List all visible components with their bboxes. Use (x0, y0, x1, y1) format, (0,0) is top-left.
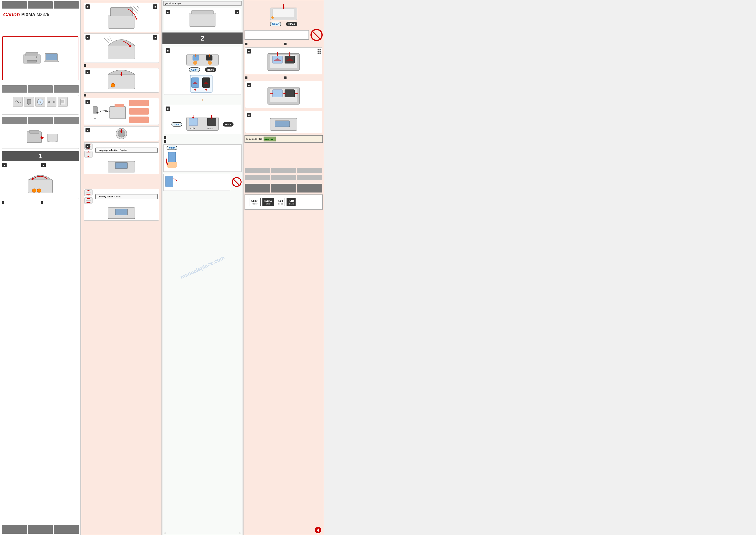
col2-salmon-1 (129, 100, 149, 106)
col2-power-illus (93, 99, 127, 124)
col4-printer-close-illus: ■ (245, 111, 322, 133)
col3-bottom-sal-2 (162, 523, 242, 532)
svg-rect-31 (108, 46, 135, 59)
col4-install-illus-1: ■ (245, 47, 322, 74)
svg-point-3 (36, 56, 37, 58)
printer-open-svg (26, 172, 55, 197)
col2-step-bullet-1b: ■ (153, 4, 157, 9)
cartridge-magnified-svg (189, 74, 213, 94)
btab1-1[interactable] (2, 525, 27, 534)
svg-line-30 (137, 6, 139, 9)
cart-541-type: Color (278, 203, 283, 205)
step1-content-row: ■ ■ (0, 162, 80, 168)
cart-541xl-num: 541 (251, 199, 256, 203)
col2-illus-1: ■ ■ (84, 3, 159, 32)
copyright-left: © (164, 532, 166, 534)
svg-text:Color: Color (190, 127, 196, 130)
col2-step-row-2 (84, 94, 159, 97)
col4-btab-3[interactable] (297, 184, 322, 192)
mid-tab-2[interactable] (28, 85, 53, 93)
svg-rect-116 (275, 121, 290, 127)
col4-ink-top-svg (269, 2, 298, 21)
adapter-icon (24, 97, 34, 107)
tab-col1-1[interactable] (2, 1, 27, 9)
mid-tab-1[interactable] (2, 85, 27, 93)
country-selection-box[interactable]: Country select Others (95, 194, 158, 199)
col3-cartridge-illus: Color Black (164, 47, 241, 95)
svg-rect-68 (115, 209, 127, 215)
col2-step-bullet-6: ■ (86, 144, 90, 149)
tab-col1-2[interactable] (28, 1, 53, 9)
country-label: Country select (98, 195, 113, 198)
btab1-3[interactable] (54, 525, 79, 534)
tray-svg (46, 133, 59, 143)
col4-ink-label-row: Color Black (270, 22, 297, 26)
col4-btab-1[interactable] (245, 184, 270, 192)
language-selection-box[interactable]: Language selection English (95, 148, 158, 153)
column-3: manualsplace.com get ink cartridge ■ ■ 2 (162, 0, 243, 535)
power-cord-svg (14, 99, 21, 104)
cd-svg (37, 99, 44, 105)
install-svg (164, 175, 184, 189)
copy-mode-label: Copy mode (246, 138, 257, 140)
cart-540-num: 540 (289, 199, 294, 203)
col2-printer-2 (103, 36, 140, 60)
svg-rect-94 (166, 176, 173, 187)
color-black-labels-row: Color Black (189, 68, 216, 72)
cart-540-num-row: 540 (289, 199, 294, 203)
color-bubble: Color (172, 122, 182, 127)
col4-step-4: ■ (247, 113, 251, 117)
svg-rect-5 (46, 54, 57, 60)
col2-bottom-salmon-2 (82, 231, 160, 239)
col2-step-bullet-2b: ■ (153, 35, 157, 40)
accessories-box (2, 95, 79, 115)
col2-step-bullet-1: ■ (86, 4, 90, 9)
col2-bottom-salmon-1 (82, 222, 160, 231)
col4-dots-row2 (318, 51, 321, 52)
col2-salmon-row (82, 176, 160, 187)
col4-install-illus-2: ■ (245, 81, 322, 108)
col2-salmon-2 (129, 108, 149, 115)
col4-dot1 (318, 49, 319, 50)
btab1-2[interactable] (28, 525, 53, 534)
cart-540-type: Black (289, 203, 294, 205)
tab2-2[interactable] (28, 117, 53, 124)
col4-gray-1a (245, 168, 270, 173)
adapter-svg (26, 99, 32, 105)
cart-540-black: 540 Black (287, 198, 296, 206)
language-label: Language selection (98, 149, 118, 152)
tab-col1-3[interactable] (54, 1, 79, 9)
brand-header: Canon PIXMA MX375 (0, 10, 80, 20)
tab2-1[interactable] (2, 117, 27, 124)
color-ink-handle: Color (165, 146, 179, 171)
country-arrow-svg-2 (84, 197, 93, 204)
col4-step-row-3 (245, 76, 322, 79)
mid-tab-3[interactable] (54, 85, 79, 93)
col2-top-area: ■ ■ ■ ■ (82, 1, 160, 239)
col3-step-3: ■ (166, 106, 170, 111)
step1-sq2 (41, 201, 43, 204)
col2-power-btn (114, 127, 129, 140)
col3-step-2: ■ (166, 48, 170, 53)
accessories-row (12, 96, 69, 108)
svg-rect-58 (115, 162, 127, 169)
svg-rect-111 (285, 90, 294, 97)
col4-warning-row (244, 29, 323, 41)
guide-svg (60, 99, 66, 105)
col4-btab-2[interactable] (271, 184, 296, 192)
cart-541-color: 541 Color (276, 198, 285, 206)
col4-sal-row-1 (243, 144, 324, 155)
tab2-3[interactable] (54, 117, 79, 124)
printer-open-illus (2, 170, 79, 199)
col4-gray-2b (271, 175, 296, 180)
col3-open-printer (184, 47, 221, 67)
printer-country-illus (107, 205, 136, 220)
col4-dot6 (320, 52, 321, 54)
back-arrow-icon[interactable] (314, 526, 322, 534)
canon-logo: Canon (3, 12, 20, 18)
top-tabs-col1 (0, 0, 80, 10)
cartridge-numbers-box: 541 XL Color 540 XL Black 541 (244, 194, 323, 210)
column-1: Canon PIXMA MX375 (0, 0, 81, 535)
bottom-tabs-col1 (0, 524, 80, 535)
col4-sq1b (284, 43, 287, 45)
